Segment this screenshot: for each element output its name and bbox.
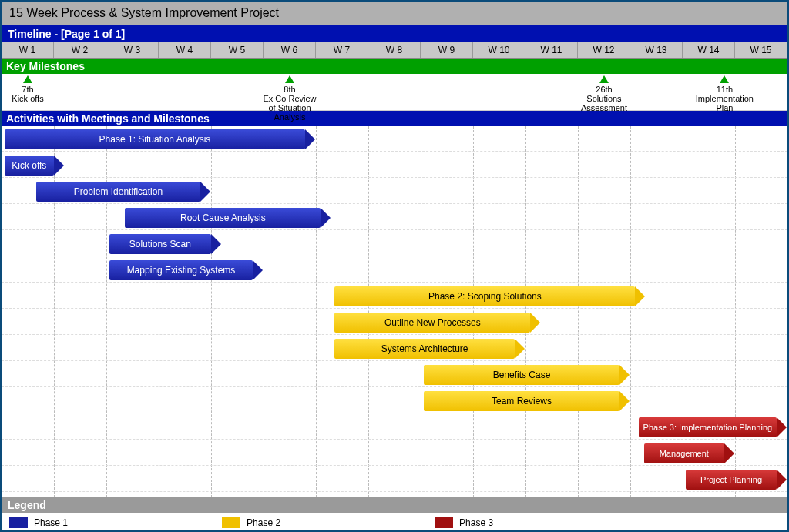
milestone-label: Kick offs xyxy=(0,94,59,103)
gantt-bar: Phase 2: Scoping Solutions xyxy=(334,286,635,306)
triangle-icon xyxy=(720,75,729,83)
week-label: W 7 xyxy=(316,42,368,58)
legend-swatch xyxy=(222,517,240,528)
milestone-date: 7th xyxy=(0,85,59,94)
week-axis: W 1W 2W 3W 4W 5W 6W 7W 8W 9W 10W 11W 12W… xyxy=(2,42,787,59)
legend-item: Phase 3 xyxy=(435,517,493,528)
week-label: W 3 xyxy=(106,42,159,58)
week-label: W 5 xyxy=(211,42,264,58)
week-label: W 15 xyxy=(735,42,787,58)
legend-swatch xyxy=(435,517,453,528)
milestones-section-header: Key Milestones xyxy=(2,59,787,74)
week-label: W 2 xyxy=(54,42,106,58)
legend-header: Legend xyxy=(2,497,787,513)
week-label: W 8 xyxy=(368,42,421,58)
week-label: W 9 xyxy=(421,42,473,58)
week-label: W 1 xyxy=(2,42,54,58)
gantt-bar: Phase 1: Situation Analysis xyxy=(5,129,305,149)
week-label: W 4 xyxy=(159,42,211,58)
gantt-bar: Team Reviews xyxy=(424,391,619,411)
gantt-bar: Benefits Case xyxy=(424,365,619,385)
week-label: W 11 xyxy=(525,42,578,58)
legend-item: Phase 1 xyxy=(9,517,68,528)
gantt-bar: Solutions Scan xyxy=(109,234,211,254)
gantt-bar: Management Briefings xyxy=(644,443,724,463)
activities-section-header: Activities with Meetings and Milestones xyxy=(2,111,787,126)
legend-label: Phase 3 xyxy=(459,517,493,528)
milestone-marker: 11thImplementation Plan xyxy=(693,75,755,112)
gantt-bar: Root Cause Analysis xyxy=(125,208,321,228)
triangle-icon xyxy=(285,75,294,83)
week-label: W 10 xyxy=(473,42,525,58)
milestone-date: 26th xyxy=(573,85,635,94)
milestone-date: 11th xyxy=(693,85,755,94)
legend-label: Phase 2 xyxy=(247,517,280,528)
legend-label: Phase 1 xyxy=(34,517,68,528)
gantt-bar: Systems Architecture xyxy=(334,339,515,359)
milestone-label: Ex Co Review of Situation Analysis xyxy=(259,94,321,122)
legend-swatch xyxy=(9,517,28,528)
milestones-row: 7thKick offs8thEx Co Review of Situation… xyxy=(2,74,787,111)
timeline-header: Timeline - [Page 1 of 1] xyxy=(2,25,787,42)
week-label: W 6 xyxy=(264,42,316,58)
gantt-area: Phase 1: Situation AnalysisKick offsProb… xyxy=(2,126,787,497)
week-label: W 12 xyxy=(578,42,630,58)
gantt-bar: Outline New Processes xyxy=(334,313,530,333)
gantt-bar: Problem Identification xyxy=(36,182,200,202)
milestone-marker: 7thKick offs xyxy=(0,75,59,103)
triangle-icon xyxy=(599,75,609,83)
milestone-label: Implementation Plan xyxy=(693,94,755,112)
week-label: W 13 xyxy=(630,42,683,58)
milestone-marker: 8thEx Co Review of Situation Analysis xyxy=(259,75,321,122)
page-title: 15 Week Process & System Improvement Pro… xyxy=(2,2,787,25)
week-label: W 14 xyxy=(683,42,735,58)
gantt-bar: Kick offs xyxy=(5,156,54,176)
milestone-label: Solutions Assessment xyxy=(573,94,635,112)
gantt-bar: Project Planning xyxy=(686,470,777,490)
project-timeline-chart: 15 Week Process & System Improvement Pro… xyxy=(0,0,789,532)
milestone-marker: 26thSolutions Assessment xyxy=(573,75,635,112)
milestone-date: 8th xyxy=(259,85,321,94)
legend: Phase 1Phase 2Phase 3 xyxy=(2,513,787,532)
legend-item: Phase 2 xyxy=(222,517,280,528)
gantt-bar: Mapping Existing Systems xyxy=(109,260,253,280)
triangle-icon xyxy=(23,75,32,83)
gantt-bar: Phase 3: Implementation Planning xyxy=(639,417,777,437)
